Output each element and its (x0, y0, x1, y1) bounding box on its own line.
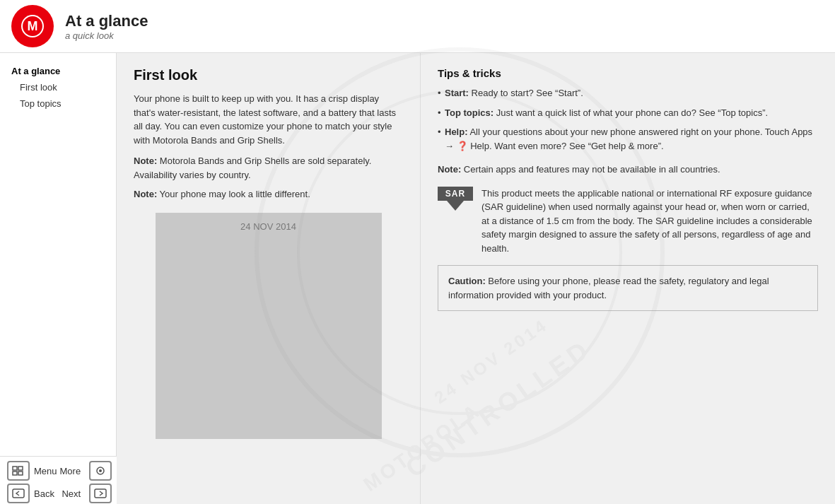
next-label: Next (62, 488, 81, 499)
tip-item-topics: Top topics: Just want a quick list of wh… (438, 106, 818, 120)
header: M At a glance a quick look (0, 0, 835, 53)
sar-label: SAR (438, 187, 473, 201)
svg-rect-7 (13, 489, 24, 498)
caution-label: Caution: (448, 276, 486, 286)
tip-item-start: Start: Ready to start? See “Start”. (438, 86, 818, 100)
svg-text:M: M (28, 19, 38, 33)
svg-rect-8 (95, 489, 106, 498)
back-label: Back (34, 488, 54, 499)
first-look-title: First look (134, 67, 403, 83)
header-text: At a glance a quick look (65, 12, 148, 41)
note1-text: Motorola Bands and Grip Shells are sold … (134, 156, 371, 180)
menu-icon (7, 461, 30, 481)
svg-point-6 (99, 469, 102, 472)
svg-rect-4 (18, 471, 23, 475)
caution-box: Caution: Before using your phone, please… (438, 265, 818, 311)
tips-panel: Tips & tricks Start: Ready to start? See… (421, 53, 835, 504)
tips-note: Note: Certain apps and features may not … (438, 163, 818, 177)
note1-label: Note: (134, 156, 157, 166)
tip-topics-label: Top topics: (445, 107, 494, 118)
tips-note-label: Note: (438, 164, 461, 175)
phone-date: 24 NOV 2014 (240, 221, 296, 232)
sidebar-item-first-look[interactable]: First look (6, 81, 110, 94)
phone-image: 24 NOV 2014 (156, 213, 382, 439)
note2-text: Your phone may look a little different. (157, 189, 310, 199)
tip-start-text: Ready to start? See “Start”. (469, 88, 583, 98)
sar-block: SAR This product meets the applicable na… (438, 187, 818, 256)
sar-text: This product meets the applicable nation… (481, 187, 818, 256)
first-look-note1: Note: Motorola Bands and Grip Shells are… (134, 154, 403, 182)
menu-label: Menu (34, 466, 57, 476)
sar-arrow-icon (447, 201, 464, 211)
page-title: At a glance (65, 12, 148, 30)
sidebar-item-top-topics[interactable]: Top topics (6, 97, 110, 110)
menu-button[interactable]: Menu (7, 461, 57, 481)
tip-item-help: Help: All your questions about your new … (438, 125, 818, 153)
first-look-panel: First look Your phone is built to keep u… (117, 53, 421, 504)
sidebar: At a glance First look Top topics M (0, 53, 117, 504)
motorola-logo: M (11, 5, 54, 47)
more-label: More (60, 466, 81, 476)
sidebar-item-at-a-glance[interactable]: At a glance (6, 64, 110, 78)
caution-text: Before using your phone, please read the… (448, 276, 769, 300)
svg-rect-3 (13, 471, 17, 475)
svg-rect-1 (13, 467, 17, 470)
tip-help-text: All your questions about your new phone … (445, 127, 812, 151)
sar-logo: SAR (438, 187, 473, 211)
tip-start-label: Start: (445, 88, 469, 98)
tip-topics-text: Just want a quick list of what your phon… (494, 107, 768, 118)
sidebar-nav: At a glance First look Top topics (6, 64, 110, 110)
back-button[interactable]: Back (7, 484, 57, 503)
next-button[interactable]: Next (60, 484, 112, 503)
tip-help-label: Help: (445, 127, 468, 137)
more-button[interactable]: More (60, 461, 112, 481)
back-icon (7, 484, 30, 503)
next-icon (89, 484, 112, 503)
tips-list: Start: Ready to start? See “Start”. Top … (438, 86, 818, 153)
first-look-note2: Note: Your phone may look a little diffe… (134, 187, 403, 201)
first-look-body: Your phone is built to keep up with you.… (134, 92, 403, 147)
note2-label: Note: (134, 189, 157, 199)
tips-note-text: Certain apps and features may not be ava… (461, 164, 720, 175)
tips-title: Tips & tricks (438, 67, 818, 79)
svg-rect-2 (18, 467, 23, 470)
page-subtitle: a quick look (65, 30, 148, 41)
bottom-nav-sidebar: Menu More (0, 456, 117, 504)
more-icon (89, 461, 112, 481)
